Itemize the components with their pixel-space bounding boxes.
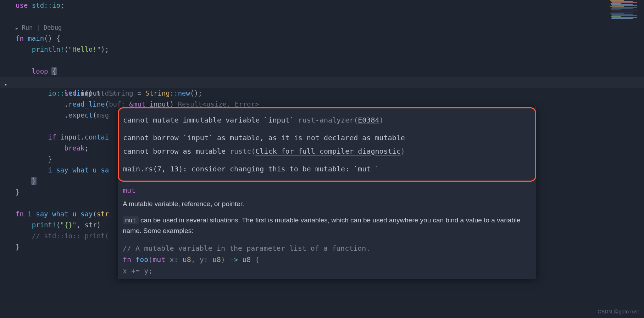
play-icon — [16, 24, 18, 31]
diagnostic-line: cannot borrow `input` as mutable, as it … — [123, 131, 531, 144]
diagnostic-line: cannot borrow as mutable rustc(Click for… — [123, 144, 531, 158]
diagnostic-hint: main.rs(7, 13): consider changing this t… — [123, 162, 531, 176]
keyword-use: use — [16, 1, 28, 9]
hover-description: A mutable variable, reference, or pointe… — [118, 197, 536, 214]
error-code-link[interactable]: E0384 — [358, 116, 379, 124]
code-line[interactable]: use std::io; — [16, 0, 644, 11]
code-chip: mut — [123, 216, 139, 224]
hover-example: // A mutable variable in the parameter l… — [118, 240, 536, 279]
matched-brace: { — [51, 67, 57, 75]
code-line[interactable]: io::stdin() Stdin — [16, 88, 644, 99]
codelens: Run | Debug — [16, 22, 644, 33]
code-line[interactable]: fn main() { — [16, 33, 644, 44]
codelens-debug[interactable]: Debug — [44, 24, 62, 31]
namespace: io — [52, 1, 60, 9]
code-line[interactable]: println!("Hello!"); — [16, 44, 644, 55]
code-line[interactable] — [16, 11, 644, 22]
code-line[interactable] — [16, 55, 644, 66]
lightbulb-icon[interactable] — [3, 79, 9, 85]
code-line[interactable]: let input: String = String::new(); — [16, 77, 644, 88]
diagnostic-panel: cannot mutate immutable variable `input`… — [118, 107, 536, 182]
codelens-run[interactable]: Run — [22, 24, 33, 31]
code-line[interactable]: loop { — [16, 66, 644, 77]
hover-paragraph: mut can be used in several situations. T… — [118, 214, 536, 240]
namespace: std — [32, 1, 44, 9]
full-diagnostic-link[interactable]: Click for full compiler diagnostic — [255, 147, 400, 155]
minimap[interactable] — [609, 0, 644, 42]
matched-brace: } — [31, 177, 37, 185]
hover-keyword: mut — [118, 182, 536, 197]
watermark: CSDN @goto rust — [598, 309, 639, 314]
hover-tooltip[interactable]: cannot mutate immutable variable `input`… — [118, 107, 536, 279]
diagnostic-line: cannot mutate immutable variable `input`… — [123, 113, 531, 127]
